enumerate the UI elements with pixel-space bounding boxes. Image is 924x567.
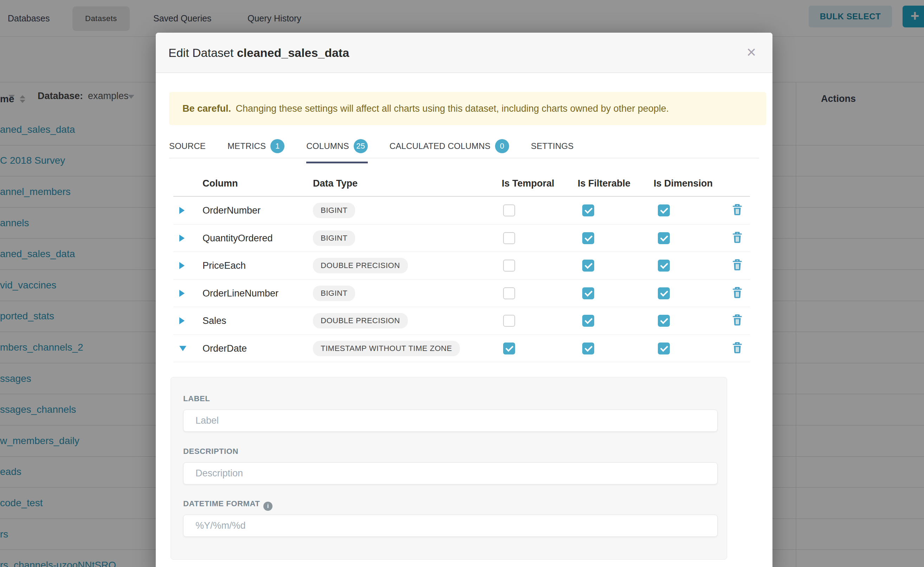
modal-tab[interactable]: SOURCE — [169, 139, 206, 164]
column-row: Sales DOUBLE PRECISION — [156, 307, 772, 335]
column-row: OrderLineNumber BIGINT — [156, 280, 772, 308]
edit-dataset-modal: Edit Dataset cleaned_sales_data × Be car… — [156, 33, 772, 567]
data-type-pill: BIGINT — [313, 231, 355, 246]
expand-caret-icon[interactable] — [179, 235, 185, 242]
data-type-pill: BIGINT — [313, 203, 355, 218]
expand-caret-icon[interactable] — [179, 290, 185, 297]
trash-icon — [732, 342, 742, 353]
screen: Databases Datasets Saved Queries Query H… — [0, 0, 924, 567]
expand-caret-icon[interactable] — [179, 262, 185, 269]
is-temporal-checkbox[interactable] — [503, 287, 515, 299]
column-name: Sales — [203, 315, 226, 326]
column-detail-panel: LABEL DESCRIPTION DATETIME FORMATi — [170, 377, 727, 560]
tab-label: SOURCE — [169, 141, 206, 151]
is-temporal-checkbox[interactable] — [503, 260, 515, 272]
tab-label: SETTINGS — [531, 141, 574, 151]
is-filterable-checkbox[interactable] — [582, 315, 594, 327]
header-is-filterable: Is Filterable — [578, 178, 631, 189]
column-name: OrderDate — [203, 343, 247, 354]
column-name: OrderNumber — [203, 205, 260, 216]
is-temporal-checkbox[interactable] — [503, 315, 515, 327]
modal-title: Edit Dataset cleaned_sales_data — [169, 33, 349, 73]
is-filterable-checkbox[interactable] — [582, 260, 594, 272]
is-filterable-checkbox[interactable] — [582, 232, 594, 244]
tab-count-badge: 0 — [495, 139, 509, 153]
data-type-pill: DOUBLE PRECISION — [313, 258, 408, 273]
expand-caret-icon[interactable] — [179, 207, 185, 214]
data-type-pill: DOUBLE PRECISION — [313, 313, 408, 328]
column-name: QuantityOrdered — [203, 232, 273, 243]
expand-caret-icon[interactable] — [179, 317, 185, 324]
tabs-bottom-border — [169, 158, 759, 158]
is-filterable-checkbox[interactable] — [582, 204, 594, 216]
modal-header: Edit Dataset cleaned_sales_data × — [156, 33, 772, 73]
modal-tab[interactable]: METRICS 1 — [227, 139, 284, 164]
column-row: PriceEach DOUBLE PRECISION — [156, 252, 772, 280]
tab-count-badge: 25 — [354, 139, 368, 153]
trash-icon — [732, 259, 742, 270]
trash-icon — [732, 287, 742, 298]
modal-tabs: SOURCE METRICS 1 COLUMNS 25 CALCULATED C… — [169, 139, 574, 164]
tab-label: CALCULATED COLUMNS — [390, 141, 491, 151]
is-filterable-checkbox[interactable] — [582, 287, 594, 299]
datetime-format-label: DATETIME FORMATi — [183, 499, 272, 511]
delete-column-button[interactable] — [732, 287, 742, 300]
header-is-dimension: Is Dimension — [654, 178, 713, 189]
trash-icon — [732, 232, 742, 243]
expand-caret-icon[interactable] — [179, 346, 187, 351]
columns-list: OrderNumber BIGINT QuantityOrdered BIGI — [156, 197, 772, 362]
modal-dataset-name: cleaned_sales_data — [237, 46, 349, 59]
column-row: QuantityOrdered BIGINT — [156, 225, 772, 252]
delete-column-button[interactable] — [732, 204, 742, 217]
datetime-format-label-text: DATETIME FORMAT — [183, 499, 260, 508]
label-input[interactable] — [183, 410, 718, 432]
is-temporal-checkbox[interactable] — [503, 204, 515, 216]
modal-tab[interactable]: COLUMNS 25 — [306, 139, 367, 164]
data-type-pill: BIGINT — [313, 286, 355, 301]
info-icon[interactable]: i — [263, 502, 272, 511]
column-row: OrderNumber BIGINT — [156, 197, 772, 225]
header-is-temporal: Is Temporal — [502, 178, 554, 189]
is-dimension-checkbox[interactable] — [658, 342, 670, 354]
delete-column-button[interactable] — [732, 259, 742, 272]
trash-icon — [732, 314, 742, 326]
header-data-type: Data Type — [313, 178, 358, 189]
is-dimension-checkbox[interactable] — [658, 260, 670, 272]
column-name: PriceEach — [203, 260, 246, 271]
is-dimension-checkbox[interactable] — [658, 204, 670, 216]
trash-icon — [732, 204, 742, 215]
warning-banner: Be careful. Changing these settings will… — [169, 92, 766, 125]
modal-tab[interactable]: SETTINGS — [531, 139, 574, 164]
header-column: Column — [203, 178, 238, 189]
warning-bold: Be careful. — [182, 103, 231, 114]
is-dimension-checkbox[interactable] — [658, 287, 670, 299]
is-dimension-checkbox[interactable] — [658, 315, 670, 327]
modal-title-prefix: Edit Dataset — [169, 46, 233, 59]
label-field-label: LABEL — [183, 394, 210, 403]
column-name: OrderLineNumber — [203, 288, 278, 298]
is-filterable-checkbox[interactable] — [582, 342, 594, 354]
delete-column-button[interactable] — [732, 314, 742, 327]
warning-text: Changing these settings will affect all … — [236, 103, 669, 114]
delete-column-button[interactable] — [732, 342, 742, 355]
tab-label: METRICS — [227, 141, 266, 151]
delete-column-button[interactable] — [732, 232, 742, 244]
description-field-label: DESCRIPTION — [183, 447, 238, 456]
is-temporal-checkbox[interactable] — [503, 232, 515, 244]
tab-count-badge: 1 — [270, 139, 284, 153]
data-type-pill: TIMESTAMP WITHOUT TIME ZONE — [313, 341, 460, 356]
datetime-format-input[interactable] — [183, 514, 718, 537]
description-input[interactable] — [183, 462, 718, 484]
close-icon[interactable]: × — [741, 33, 762, 73]
is-temporal-checkbox[interactable] — [503, 342, 515, 354]
is-dimension-checkbox[interactable] — [658, 232, 670, 244]
modal-tab[interactable]: CALCULATED COLUMNS 0 — [390, 139, 509, 164]
column-row: OrderDate TIMESTAMP WITHOUT TIME ZONE — [156, 335, 772, 363]
tab-label: COLUMNS — [306, 141, 349, 151]
